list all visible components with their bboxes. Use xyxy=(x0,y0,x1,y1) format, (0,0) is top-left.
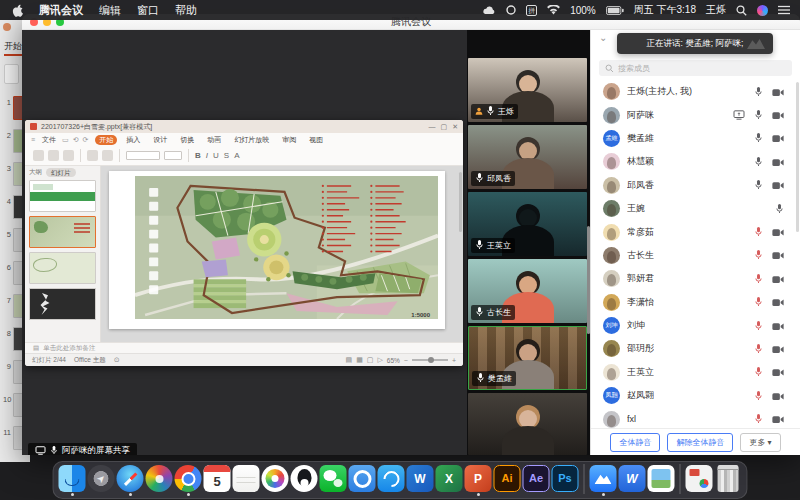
wps-window-controls[interactable]: —▢✕ xyxy=(429,123,459,131)
toolbar-icon[interactable] xyxy=(102,150,113,161)
photos-icon[interactable] xyxy=(262,465,289,492)
collapse-panel-chevron-icon[interactable]: ⌄ xyxy=(599,32,607,43)
participant-row[interactable]: 常彦茹 xyxy=(591,220,794,243)
dock-app-tencent-meeting[interactable] xyxy=(590,465,617,492)
video-strip-scrollbar[interactable] xyxy=(587,226,590,334)
reading-view-icon[interactable]: ▢ xyxy=(367,356,374,364)
camera-icon[interactable] xyxy=(772,387,784,405)
qq-icon[interactable] xyxy=(291,465,318,492)
mic-muted-icon[interactable] xyxy=(754,293,763,311)
menu-item-3[interactable]: 窗口 xyxy=(137,3,159,18)
chrome-icon[interactable] xyxy=(175,465,202,492)
cloud-icon[interactable] xyxy=(482,6,496,15)
participant-row[interactable]: 王烁(主持人, 我) xyxy=(591,80,794,103)
video-tile-樊孟維[interactable]: 樊孟維 xyxy=(468,326,587,390)
format-button-U[interactable]: U xyxy=(213,151,219,160)
word-icon[interactable]: W xyxy=(407,465,434,492)
camera-icon[interactable] xyxy=(772,340,784,358)
ppt-paste-button[interactable] xyxy=(4,64,19,84)
camera-icon[interactable] xyxy=(772,153,784,171)
participant-row[interactable]: 孟維樊孟維 xyxy=(591,127,794,150)
participant-row[interactable]: 凤翾赵凤翾 xyxy=(591,384,794,407)
dock-app-illustrator[interactable]: Ai xyxy=(494,465,521,492)
after-effects-icon[interactable]: Ae xyxy=(523,465,550,492)
camera-icon[interactable] xyxy=(772,317,784,335)
mic-muted-icon[interactable] xyxy=(754,223,763,241)
spotlight-search-icon[interactable] xyxy=(736,5,747,16)
font-name-field[interactable] xyxy=(126,151,160,160)
participant-row[interactable]: 王婉 xyxy=(591,197,794,220)
participant-row[interactable]: 李潇怡 xyxy=(591,291,794,314)
zoom-in-button[interactable]: + xyxy=(452,357,456,364)
camera-icon[interactable] xyxy=(772,293,784,311)
dock-app-downloads[interactable] xyxy=(686,465,713,492)
mic-muted-icon[interactable] xyxy=(754,340,763,358)
format-buttons[interactable]: BIUSA xyxy=(195,151,239,160)
dock-app-safari[interactable] xyxy=(117,465,144,492)
dock-app-cctalk[interactable] xyxy=(378,465,405,492)
dock-app-qq[interactable] xyxy=(291,465,318,492)
dock-app-notes[interactable] xyxy=(233,465,260,492)
camera-icon[interactable] xyxy=(772,176,784,194)
sorter-view-icon[interactable]: ▦ xyxy=(356,356,363,364)
dock-app-finder[interactable] xyxy=(59,465,86,492)
video-tile-邱凤香[interactable]: 邱凤香 xyxy=(468,125,587,189)
menu-user[interactable]: 王烁 xyxy=(706,3,726,17)
ribbon-tab-切换[interactable]: 切换 xyxy=(176,135,198,145)
ribbon-tab-设计[interactable]: 设计 xyxy=(149,135,171,145)
record-icon[interactable] xyxy=(506,5,516,15)
toolbar-icon[interactable] xyxy=(33,150,44,161)
wps-notes-bar[interactable]: ▤ 单击此处添加备注 xyxy=(25,342,463,353)
participant-row[interactable]: 阿萨咪 xyxy=(591,103,794,126)
dock-app-photos[interactable] xyxy=(262,465,289,492)
dock-app-wps-office[interactable]: W xyxy=(619,465,646,492)
footer-button-解除全体静音[interactable]: 解除全体静音 xyxy=(667,433,733,452)
wps-hamburger-icon[interactable]: ≡ xyxy=(31,136,36,143)
wps-quick-access-icons[interactable]: ▭ ⟲ ⟳ xyxy=(62,136,89,144)
menu-clock[interactable]: 周五 下午3:18 xyxy=(634,3,696,17)
wps-title-bar[interactable]: 2201707326+白雪雯.pptx[兼容模式] —▢✕ xyxy=(25,120,463,133)
format-button-I[interactable]: I xyxy=(206,151,208,160)
format-button-A[interactable]: A xyxy=(234,151,239,160)
preview-icon[interactable] xyxy=(648,465,675,492)
participant-row[interactable]: 邵玥彤 xyxy=(591,337,794,360)
menu-item-2[interactable]: 编辑 xyxy=(99,3,121,18)
mic-muted-icon[interactable] xyxy=(754,246,763,264)
background-window-traffic-light[interactable] xyxy=(3,23,11,31)
dock-app-wechat[interactable] xyxy=(320,465,347,492)
ribbon-tab-视图[interactable]: 视图 xyxy=(305,135,327,145)
mic-muted-icon[interactable] xyxy=(754,410,763,428)
launchpad-icon[interactable] xyxy=(88,465,115,492)
dock-app-chrome[interactable] xyxy=(175,465,202,492)
screen-share-banner[interactable]: 阿萨咪的屏幕共享 xyxy=(28,443,137,455)
dock-app-after-effects[interactable]: Ae xyxy=(523,465,550,492)
tencent-meeting-icon[interactable] xyxy=(590,465,617,492)
camera-icon[interactable] xyxy=(772,83,784,101)
slideshow-icon[interactable]: ▷ xyxy=(377,356,382,364)
wifi-icon[interactable] xyxy=(547,5,560,15)
video-tile-王英立[interactable]: 王英立 xyxy=(468,192,587,256)
safari-icon[interactable] xyxy=(117,465,144,492)
normal-view-icon[interactable]: ▤ xyxy=(346,356,353,364)
tencent-docs-icon[interactable] xyxy=(349,465,376,492)
photoshop-icon[interactable]: Ps xyxy=(552,465,579,492)
camera-icon[interactable] xyxy=(772,106,784,124)
slide-thumbnail-2-selected[interactable] xyxy=(29,216,96,248)
format-button-S[interactable]: S xyxy=(224,151,229,160)
slide-thumbnail-4[interactable] xyxy=(29,288,96,320)
trash-icon[interactable] xyxy=(718,465,739,492)
dock-app-excel[interactable]: X xyxy=(436,465,463,492)
toolbar-icon[interactable] xyxy=(63,150,74,161)
siri-icon[interactable] xyxy=(757,5,768,16)
slide-thumbnail-1[interactable] xyxy=(29,180,96,212)
menu-item-1[interactable]: 腾讯会议 xyxy=(39,3,83,18)
camera-icon[interactable] xyxy=(772,363,784,381)
zoom-out-button[interactable]: − xyxy=(404,357,408,364)
mic-muted-icon[interactable] xyxy=(754,317,763,335)
mic-on-icon[interactable] xyxy=(754,106,763,124)
font-size-field[interactable] xyxy=(164,151,182,160)
participant-row[interactable]: fxl xyxy=(591,407,794,428)
calendar-icon[interactable]: 5 xyxy=(204,465,231,492)
dock-app-colorwheel[interactable] xyxy=(146,465,173,492)
dock-app-powerpoint[interactable]: P xyxy=(465,465,492,492)
